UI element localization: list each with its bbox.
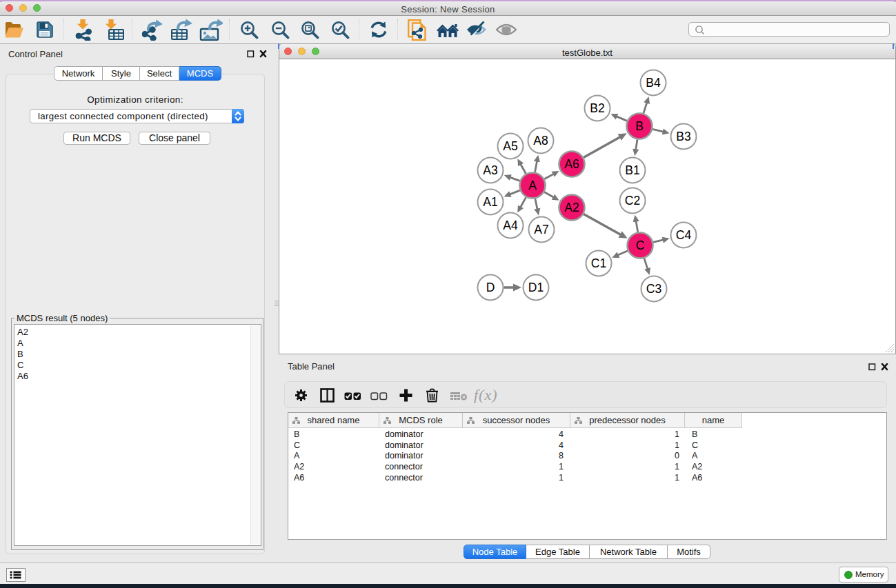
svg-text:B4: B4 <box>646 76 661 90</box>
svg-text:A7: A7 <box>534 223 548 236</box>
svg-text:A: A <box>528 179 537 192</box>
svg-text:C3: C3 <box>646 282 661 296</box>
svg-text:A1: A1 <box>483 195 497 209</box>
svg-text:A8: A8 <box>533 134 548 148</box>
svg-text:C4: C4 <box>676 228 692 242</box>
svg-text:B: B <box>635 119 644 133</box>
svg-text:A5: A5 <box>503 139 517 153</box>
svg-text:B1: B1 <box>625 163 639 177</box>
svg-text:C1: C1 <box>591 256 606 270</box>
svg-text:A2: A2 <box>564 201 579 214</box>
svg-text:B2: B2 <box>590 101 604 115</box>
svg-text:A4: A4 <box>503 219 518 232</box>
svg-text:A3: A3 <box>483 163 497 177</box>
svg-text:D: D <box>486 281 495 294</box>
svg-text:D1: D1 <box>528 281 544 294</box>
svg-text:C: C <box>636 239 645 252</box>
svg-text:C2: C2 <box>625 194 640 207</box>
svg-text:A6: A6 <box>564 157 579 171</box>
svg-text:B3: B3 <box>676 130 690 143</box>
